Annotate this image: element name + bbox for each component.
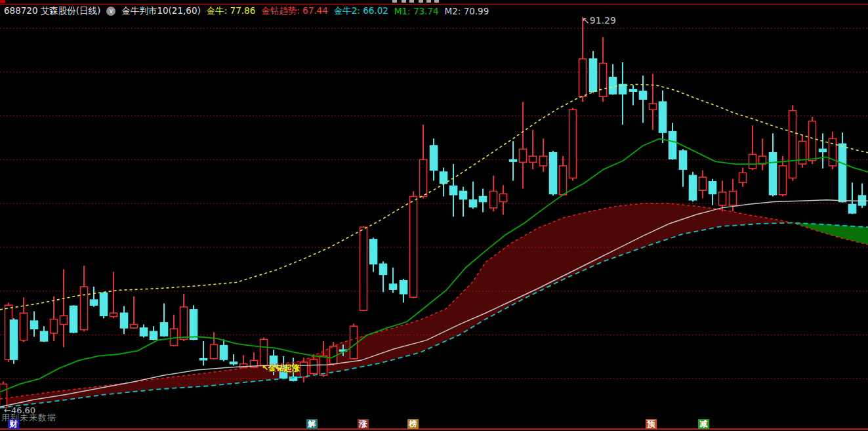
indicator-values: 金牛: 77.86金钻趋势: 67.44金牛2: 66.02M1: 73.74M…	[207, 5, 489, 17]
event-marker-预[interactable]: 预	[646, 419, 657, 429]
candle-body	[610, 77, 617, 94]
indicator-name[interactable]: 金牛判市10(21,60)	[121, 5, 200, 17]
top-strip-fragment	[392, 0, 397, 3]
candle-body	[500, 194, 507, 202]
candle-body	[370, 239, 377, 264]
collapse-icon[interactable]: ∨	[106, 7, 115, 16]
candle-body	[510, 159, 517, 161]
top-strip-fragment	[419, 0, 423, 3]
candle-body	[799, 141, 806, 164]
candle-body	[739, 173, 747, 182]
candle-body	[699, 177, 707, 190]
candle-body	[709, 182, 716, 194]
indicator-field-4: M2: 70.99	[445, 5, 489, 17]
candle-body	[31, 321, 38, 329]
event-marker-解[interactable]: 解	[306, 419, 318, 429]
candle-body	[161, 323, 168, 336]
event-marker-涨[interactable]: 涨	[358, 419, 369, 429]
candle-body	[110, 313, 117, 316]
candle-body	[440, 172, 447, 183]
indicator-field-1: 金钻趋势: 67.44	[261, 5, 328, 17]
candle-body	[819, 149, 827, 152]
top-strip-fragment	[426, 0, 431, 3]
candle-body	[51, 319, 58, 333]
candle-body	[640, 91, 647, 99]
candle-body	[180, 307, 188, 339]
candle-body	[420, 159, 427, 196]
candle-body	[730, 191, 737, 205]
indicator-field-3: M1: 73.74	[394, 5, 439, 17]
candle-body	[579, 59, 587, 96]
candle-body	[839, 144, 846, 201]
candle-body	[211, 344, 218, 358]
candle-body	[669, 132, 676, 159]
top-strip-fragment	[434, 0, 439, 3]
candle-body	[600, 63, 607, 96]
candle-body	[490, 191, 497, 207]
candle-body	[121, 313, 128, 328]
indicator-field-0: 金牛: 77.86	[207, 5, 256, 17]
candle-body	[400, 281, 407, 294]
candle-body	[220, 346, 228, 359]
event-marker-榜[interactable]: 榜	[407, 419, 419, 429]
candle-body	[550, 153, 557, 194]
candle-body	[719, 192, 726, 205]
stock-app-screen: 688720 艾森股份(日线) ∨ 金牛判市10(21,60) 金牛: 77.8…	[0, 0, 868, 431]
candle-body	[569, 110, 577, 178]
candle-body	[529, 156, 537, 162]
candle-body	[91, 300, 98, 305]
candle-body	[480, 197, 487, 202]
candle-body	[410, 197, 417, 298]
candle-body	[749, 154, 756, 168]
event-marker-财[interactable]: 财	[8, 419, 19, 429]
candle-body	[380, 264, 387, 274]
candle-body	[131, 325, 138, 328]
candle-body	[770, 153, 777, 195]
candle-body	[779, 166, 787, 195]
candle-body	[350, 326, 358, 358]
candle-body	[200, 359, 207, 360]
candle-body	[20, 313, 28, 340]
candle-body	[260, 339, 268, 365]
candle-body	[100, 293, 108, 316]
top-strip-fragment	[409, 0, 414, 3]
candle-body	[789, 111, 796, 178]
stock-title: 688720 艾森股份(日线)	[4, 5, 100, 17]
candle-body	[140, 328, 148, 336]
top-strip-fragment	[0, 0, 5, 3]
candle-body	[280, 365, 287, 378]
indicator-field-2: 金牛2: 66.02	[334, 5, 388, 17]
candle-body	[690, 175, 697, 199]
candle-body	[829, 138, 837, 165]
candle-body	[520, 149, 527, 162]
candle-body	[41, 331, 48, 341]
candle-body	[430, 146, 438, 170]
candle-body	[590, 59, 597, 91]
candlestick-chart	[0, 0, 868, 431]
candle-body	[320, 356, 327, 375]
candle-body	[680, 151, 687, 169]
candle-body	[60, 316, 68, 324]
candle-body	[630, 90, 637, 92]
candle-body	[190, 310, 197, 339]
candle-body	[310, 359, 318, 373]
candle-body	[0, 384, 7, 407]
top-strip-fragment	[402, 0, 406, 3]
candle-body	[849, 205, 856, 213]
candle-body	[150, 331, 157, 339]
candle-body	[70, 306, 77, 333]
candle-body	[540, 156, 547, 166]
candle-body	[659, 102, 667, 133]
candle-body	[470, 200, 477, 207]
candle-body	[10, 320, 18, 359]
candle-body	[390, 284, 397, 289]
event-marker-减[interactable]: 减	[698, 419, 709, 429]
candle-body	[809, 121, 816, 161]
candle-body	[560, 166, 567, 195]
candle-body	[650, 104, 657, 110]
candle-body	[81, 287, 88, 329]
indicator-header: 688720 艾森股份(日线) ∨ 金牛判市10(21,60) 金牛: 77.8…	[4, 5, 489, 18]
candle-body	[360, 227, 367, 310]
candle-body	[230, 362, 238, 364]
candle-body	[300, 362, 308, 377]
